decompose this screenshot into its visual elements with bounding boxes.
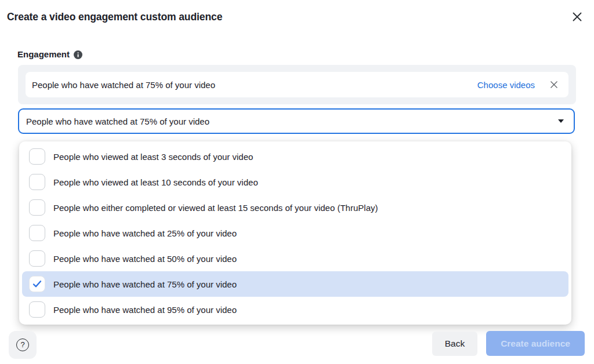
info-icon[interactable] (74, 50, 82, 59)
checkbox[interactable] (29, 276, 45, 292)
create-audience-modal: Create a video engagement custom audienc… (0, 0, 594, 364)
caret-down-icon (558, 119, 564, 123)
option-label: People who viewed at least 10 seconds of… (53, 177, 258, 187)
back-button[interactable]: Back (432, 332, 477, 356)
selected-rule-card: People who have watched at 75% of your v… (26, 72, 568, 97)
create-audience-button[interactable]: Create audience (486, 331, 585, 356)
option-label: People who have watched at 50% of your v… (53, 254, 237, 264)
close-button[interactable] (568, 8, 586, 26)
checkbox[interactable] (29, 250, 45, 267)
check-icon (32, 279, 42, 289)
checkbox[interactable] (29, 148, 45, 165)
checkbox[interactable] (29, 301, 45, 318)
close-icon (571, 11, 583, 23)
dropdown-option[interactable]: People who have watched at 25% of your v… (22, 220, 568, 246)
dropdown-option[interactable]: People who have watched at 95% of your v… (22, 297, 568, 322)
dropdown-option[interactable]: People who have watched at 75% of your v… (22, 271, 568, 297)
option-label: People who have watched at 95% of your v… (53, 305, 237, 315)
help-button[interactable]: ? (9, 331, 37, 359)
modal-title: Create a video engagement custom audienc… (7, 11, 222, 23)
engagement-rule-container: People who have watched at 75% of your v… (18, 65, 576, 104)
dropdown-option[interactable]: People who viewed at least 10 seconds of… (22, 169, 568, 195)
x-icon (549, 80, 559, 89)
checkbox[interactable] (29, 199, 45, 216)
dropdown-option[interactable]: People who viewed at least 3 seconds of … (22, 144, 568, 169)
option-label: People who have watched at 25% of your v… (53, 228, 237, 238)
option-label: People who viewed at least 3 seconds of … (53, 152, 253, 162)
modal-header: Create a video engagement custom audienc… (7, 8, 587, 26)
choose-videos-link[interactable]: Choose videos (477, 80, 535, 90)
option-label: People who either completed or viewed at… (53, 203, 378, 213)
checkbox[interactable] (29, 225, 45, 241)
question-mark-icon: ? (16, 338, 29, 351)
engagement-label: Engagement (17, 49, 70, 59)
option-label: People who have watched at 75% of your v… (53, 279, 237, 289)
engagement-label-row: Engagement (17, 49, 82, 59)
engagement-type-select[interactable]: People who have watched at 75% of your v… (18, 108, 575, 134)
selected-rule-text: People who have watched at 75% of your v… (32, 80, 477, 90)
select-value: People who have watched at 75% of your v… (26, 117, 558, 126)
dropdown-option-list: People who viewed at least 3 seconds of … (19, 141, 571, 325)
checkbox[interactable] (29, 174, 45, 190)
dropdown-option[interactable]: People who either completed or viewed at… (22, 195, 568, 220)
remove-rule-button[interactable] (548, 78, 560, 91)
dropdown-option[interactable]: People who have watched at 50% of your v… (22, 246, 568, 271)
